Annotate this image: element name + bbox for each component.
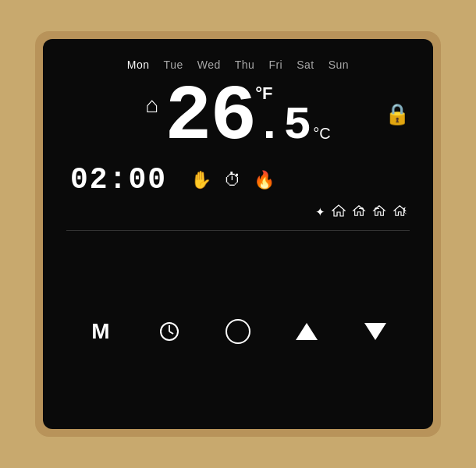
lock-icon: 🔒 [385,102,410,126]
circle-button[interactable] [221,314,255,349]
mode-icons: ✋ ⏱ 🔥 [190,170,275,190]
bottom-buttons: M [66,237,410,417]
thermostat-device: Mon Tue Wed Thu Fri Sat Sun ⌂ 26 °F .5 °… [43,39,433,429]
up-arrow-icon [296,323,318,340]
circle-icon [226,319,250,344]
temp-sup: °F .5 °C [255,85,330,149]
divider [66,230,410,231]
day-tue: Tue [164,58,183,71]
outer-frame: Mon Tue Wed Thu Fri Sat Sun ⌂ 26 °F .5 °… [35,31,441,437]
info-row: 02:00 ✋ ⏱ 🔥 [70,163,410,197]
sched-icon-wake: ✦ [315,205,325,219]
temp-decimal-block: .5 °C [255,102,330,149]
days-row: Mon Tue Wed Thu Fri Sat Sun [66,58,410,71]
hand-icon: ✋ [190,170,211,190]
sched-icon-return [372,204,386,219]
day-fri: Fri [268,58,282,71]
temp-main: 26 [165,79,255,157]
svg-marker-2 [353,206,364,215]
day-sat: Sat [297,58,314,71]
mode-button[interactable]: M [83,314,118,349]
day-wed: Wed [197,58,221,71]
up-button[interactable] [290,314,324,349]
temp-unit-c: °C [313,125,330,143]
svg-text:→: → [335,211,339,216]
down-button[interactable] [358,314,393,349]
clock-button[interactable] [152,314,186,349]
sched-icon-leave [352,204,366,219]
temp-decimal: .5 [255,102,311,149]
home-icon: ⌂ [145,93,158,118]
clock-icon: ⏱ [224,170,241,190]
time-display: 02:00 [70,163,167,197]
day-thu: Thu [235,58,255,71]
day-sun: Sun [329,58,349,71]
temperature-area: ⌂ 26 °F .5 °C 🔒 [66,79,410,157]
flame-icon: 🔥 [254,170,275,190]
sched-icon-sleep [393,204,410,219]
svg-line-11 [169,332,173,334]
svg-marker-5 [374,206,385,215]
down-arrow-icon [364,323,386,340]
schedule-icons-row: ✦ → [66,204,410,219]
day-mon: Mon [127,58,150,71]
sched-icon-home-in: → [332,204,346,219]
